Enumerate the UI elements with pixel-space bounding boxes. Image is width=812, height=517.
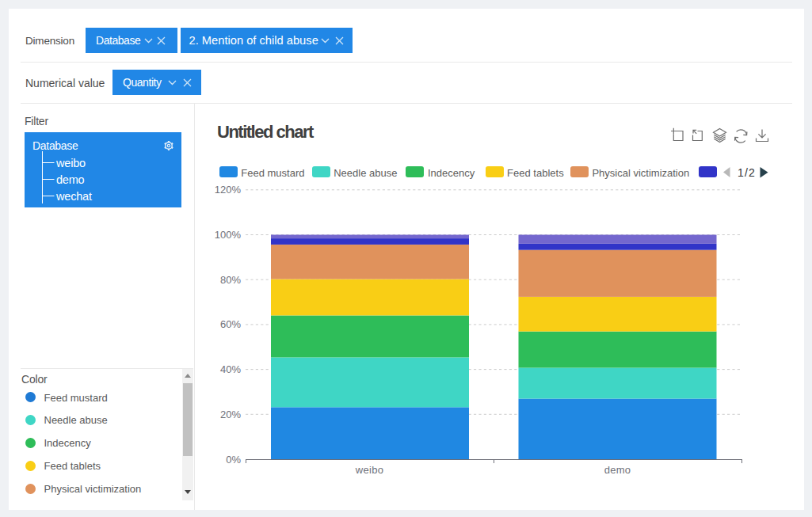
svg-text:60%: 60% <box>220 318 241 330</box>
svg-text:weibo: weibo <box>355 464 383 476</box>
svg-text:80%: 80% <box>220 274 241 286</box>
svg-text:120%: 120% <box>215 184 242 196</box>
svg-text:100%: 100% <box>215 229 242 241</box>
svg-text:20%: 20% <box>220 409 241 420</box>
svg-text:0%: 0% <box>226 454 241 466</box>
svg-text:demo: demo <box>604 464 631 476</box>
svg-text:40%: 40% <box>220 363 241 375</box>
